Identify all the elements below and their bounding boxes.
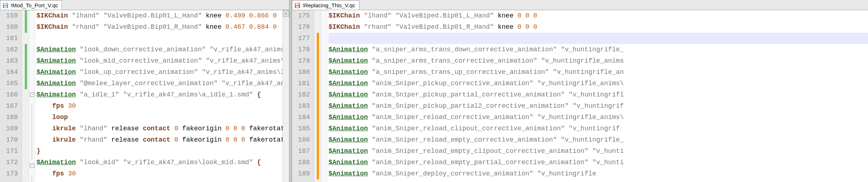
code-line[interactable]: $IKChain "rhand" "ValveBiped.Bip01_R_Han… <box>328 21 868 33</box>
fold-cell <box>29 44 35 55</box>
change-marker <box>22 33 29 44</box>
change-marker <box>22 112 29 123</box>
change-marker-column <box>22 10 29 182</box>
fold-cell <box>29 138 35 149</box>
code-line[interactable]: loop <box>36 112 283 123</box>
fold-cell <box>321 21 327 33</box>
fold-cell <box>321 10 327 21</box>
line-number: 187 <box>292 146 310 157</box>
editor-left[interactable]: 1591601611621631641651661671681691701711… <box>0 10 289 182</box>
code-line[interactable]: $Animation "look_down_corrective_animati… <box>36 44 283 55</box>
fold-cell[interactable]: − <box>29 92 35 104</box>
fold-cell <box>29 78 35 89</box>
fold-cell <box>321 89 327 100</box>
change-marker <box>22 10 29 21</box>
code-line[interactable] <box>328 33 868 44</box>
line-number: 183 <box>292 100 310 112</box>
code-line[interactable] <box>36 33 283 44</box>
line-number: 172 <box>0 157 18 168</box>
right-editor-pane: !Replacing_This_V.qc 1751761771781791801… <box>292 0 868 182</box>
svg-rect-3 <box>6 4 7 5</box>
change-marker <box>314 89 321 100</box>
code-line[interactable]: ikrule "rhand" release contact 0 fakeori… <box>36 134 283 146</box>
fold-cell <box>29 104 35 115</box>
code-line[interactable]: fps 30 <box>36 168 283 179</box>
line-number: 178 <box>292 44 310 55</box>
code-line[interactable]: $IKChain "rhand" "ValveBiped.Bip01_R_Han… <box>36 21 283 33</box>
line-number: 189 <box>292 168 310 179</box>
fold-toggle-icon[interactable]: − <box>30 92 34 97</box>
svg-rect-6 <box>296 6 299 8</box>
line-number: 186 <box>292 134 310 146</box>
code-line[interactable]: $Animation "@melee_layer_corrective_anim… <box>36 78 283 89</box>
code-line[interactable]: $Animation "anim_Sniper_pickup_partial_c… <box>328 89 868 100</box>
fold-cell <box>321 78 327 89</box>
code-line[interactable]: } <box>36 146 283 157</box>
code-line[interactable]: $Animation "anim_Sniper_reload_correctiv… <box>328 112 868 123</box>
change-marker <box>314 157 321 168</box>
tab-right[interactable]: !Replacing_This_V.qc <box>292 0 359 10</box>
change-marker <box>314 100 321 112</box>
code-line[interactable]: $Animation "look_up_corrective_animation… <box>36 67 283 78</box>
tab-title: !Mod_To_Port_V.qc <box>11 2 58 8</box>
code-line[interactable]: $Animation "anim_Sniper_deploy_correctiv… <box>328 168 868 179</box>
fold-toggle-icon[interactable]: − <box>30 163 34 168</box>
tab-left[interactable]: !Mod_To_Port_V.qc <box>0 0 62 10</box>
line-number: 182 <box>292 89 310 100</box>
code-line[interactable]: $Animation "anim_Sniper_reload_empty_cor… <box>328 134 868 146</box>
fold-cell[interactable]: − <box>29 163 35 175</box>
line-number: 171 <box>0 146 18 157</box>
code-line[interactable]: $Animation "look_mid_corrective_animatio… <box>36 55 283 67</box>
code-line[interactable]: $Animation "anim_Sniper_reload_empty_cli… <box>328 146 868 157</box>
line-number: 168 <box>0 112 18 123</box>
line-number: 188 <box>292 157 310 168</box>
vertical-scrollbar[interactable]: ▴ <box>283 10 289 182</box>
code-line[interactable]: $Animation "a_sniper_arms_trans_down_cor… <box>328 44 868 55</box>
code-area[interactable]: $IKChain "lhand" "ValveBiped.Bip01_L_Han… <box>327 10 868 182</box>
change-marker <box>22 21 29 33</box>
svg-rect-2 <box>4 6 7 8</box>
change-marker <box>22 55 29 67</box>
fold-cell <box>29 33 35 44</box>
code-line[interactable]: $Animation "a_sniper_arms_trans_up_corre… <box>328 67 868 78</box>
code-line[interactable]: $Animation "anim_Sniper_pickup_partial2_… <box>328 100 868 112</box>
change-marker <box>22 146 29 157</box>
editor-right[interactable]: 1751761771781791801811821831841851861871… <box>292 10 868 182</box>
code-line[interactable]: $IKChain "lhand" "ValveBiped.Bip01_L_Han… <box>328 10 868 21</box>
line-number: 159 <box>0 10 18 21</box>
code-line[interactable]: $Animation "anim_Sniper_reload_clipout_c… <box>328 123 868 134</box>
change-marker <box>22 134 29 146</box>
change-marker <box>314 10 321 21</box>
change-marker <box>314 67 321 78</box>
change-marker <box>22 168 29 179</box>
code-line[interactable]: fps 30 <box>36 100 283 112</box>
code-line[interactable]: $Animation "a_idle_1" "v_rifle_ak47_anim… <box>36 89 283 100</box>
fold-cell <box>29 55 35 67</box>
fold-column: −− <box>29 10 35 182</box>
line-number: 185 <box>292 123 310 134</box>
fold-cell <box>29 21 35 33</box>
pane-splitter[interactable] <box>289 0 292 182</box>
code-line[interactable]: $Animation "anim_Sniper_pickup_correctiv… <box>328 78 868 89</box>
line-number: 181 <box>292 78 310 89</box>
scroll-up-arrow[interactable]: ▴ <box>283 10 289 17</box>
tab-bar-right: !Replacing_This_V.qc <box>292 0 868 10</box>
code-line[interactable]: $IKChain "lhand" "ValveBiped.Bip01_L_Han… <box>36 10 283 21</box>
code-area[interactable]: $IKChain "lhand" "ValveBiped.Bip01_L_Han… <box>35 10 283 182</box>
line-number: 163 <box>0 55 18 67</box>
code-line[interactable]: $Animation "anim_Sniper_reload_empty_par… <box>328 157 868 168</box>
fold-cell <box>321 123 327 134</box>
fold-cell <box>29 67 35 78</box>
change-marker <box>314 123 321 134</box>
line-number: 176 <box>292 21 310 33</box>
fold-cell <box>29 149 35 160</box>
code-line[interactable]: $Animation "look_mid" "v_rifle_ak47_anim… <box>36 157 283 168</box>
fold-cell <box>321 157 327 168</box>
change-marker <box>22 100 29 112</box>
code-line[interactable]: $Animation "a_sniper_arms_trans_correcti… <box>328 55 868 67</box>
fold-cell <box>321 44 327 55</box>
code-line[interactable]: ikrule "lhand" release contact 0 fakeori… <box>36 123 283 134</box>
save-icon <box>3 3 8 8</box>
fold-cell <box>321 134 327 146</box>
line-number: 160 <box>0 21 18 33</box>
